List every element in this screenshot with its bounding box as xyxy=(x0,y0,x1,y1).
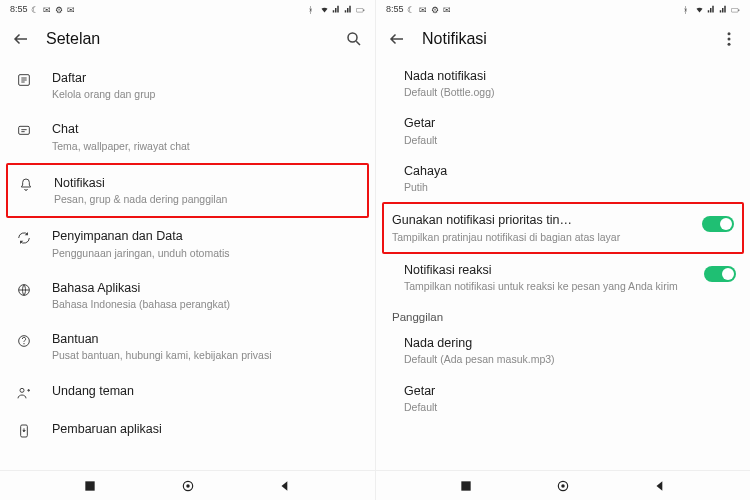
row-sub: Penggunaan jaringan, unduh otomatis xyxy=(52,246,361,260)
row-sub: Default xyxy=(404,133,736,147)
nav-recent[interactable] xyxy=(83,479,97,493)
bluetooth-icon: ᚼ xyxy=(308,5,317,14)
row-label: Notifikasi reaksi xyxy=(404,262,704,278)
notif-row[interactable]: Nada deringDefault (Ada pesan masuk.mp3) xyxy=(376,327,750,374)
settings-row-chat[interactable]: ChatTema, wallpaper, riwayat chat xyxy=(0,111,375,162)
list-icon xyxy=(14,70,34,88)
toggle-switch[interactable] xyxy=(702,216,734,232)
nav-back[interactable] xyxy=(653,479,667,493)
row-label: Notifikasi xyxy=(54,175,359,191)
battery-icon xyxy=(731,5,740,14)
row-sub: Default (Bottle.ogg) xyxy=(404,85,736,99)
bell-icon xyxy=(16,175,36,193)
row-label: Cahaya xyxy=(404,163,736,179)
nav-back[interactable] xyxy=(278,479,292,493)
chat-icon xyxy=(14,121,34,139)
row-label: Bantuan xyxy=(52,331,361,347)
row-sub: Tema, wallpaper, riwayat chat xyxy=(52,139,361,153)
page-title: Notifikasi xyxy=(422,30,487,48)
nav-home[interactable] xyxy=(556,479,570,493)
row-label: Bahasa Aplikasi xyxy=(52,280,361,296)
row-sub: Putih xyxy=(404,180,736,194)
settings-row-help[interactable]: BantuanPusat bantuan, hubungi kami, kebi… xyxy=(0,321,375,372)
row-label: Daftar xyxy=(52,70,361,86)
svg-point-15 xyxy=(728,32,731,35)
settings-row-sync[interactable]: Penyimpanan dan DataPenggunaan jaringan,… xyxy=(0,218,375,269)
wifi-icon xyxy=(320,5,329,14)
status-time: 8:55 xyxy=(386,4,404,14)
settings-row-invite[interactable]: Undang teman xyxy=(0,373,375,411)
signal-icon xyxy=(707,5,716,14)
svg-rect-4 xyxy=(19,127,30,135)
settings-row-bell[interactable]: NotifikasiPesan, grup & nada dering pang… xyxy=(6,163,369,218)
bluetooth-icon: ᚼ xyxy=(683,5,692,14)
moon-icon: ☾ xyxy=(31,5,40,14)
nav-bar xyxy=(0,470,375,500)
toggle-switch[interactable] xyxy=(704,266,736,282)
back-icon[interactable] xyxy=(12,30,30,48)
row-sub: Tampilkan pratinjau notifikasi di bagian… xyxy=(392,230,702,244)
row-label: Getar xyxy=(404,383,736,399)
svg-point-16 xyxy=(728,38,731,41)
row-label: Undang teman xyxy=(52,383,361,399)
settings-row-list[interactable]: DaftarKelola orang dan grup xyxy=(0,60,375,111)
svg-point-8 xyxy=(20,388,24,392)
nav-bar xyxy=(376,470,750,500)
msg-icon: ✉ xyxy=(67,5,76,14)
settings-list: DaftarKelola orang dan grupChatTema, wal… xyxy=(0,60,375,470)
notif-row[interactable]: GetarDefault xyxy=(376,375,750,422)
svg-rect-13 xyxy=(731,8,738,12)
row-label: Nada dering xyxy=(404,335,736,351)
notif-row[interactable]: Gunakan notifikasi prioritas tin…Tampilk… xyxy=(382,202,744,253)
row-label: Penyimpanan dan Data xyxy=(52,228,361,244)
search-icon[interactable] xyxy=(345,30,363,48)
row-sub: Pusat bantuan, hubungi kami, kebijakan p… xyxy=(52,348,361,362)
status-bar: 8:55 ☾ ✉ ⚙ ✉ ᚼ xyxy=(0,0,375,18)
row-label: Getar xyxy=(404,115,736,131)
chat-icon: ✉ xyxy=(43,5,52,14)
invite-icon xyxy=(14,383,34,401)
app-bar: Notifikasi xyxy=(376,18,750,60)
svg-point-2 xyxy=(348,33,357,42)
svg-point-12 xyxy=(186,484,190,488)
globe-icon xyxy=(14,280,34,298)
sync-icon xyxy=(14,228,34,246)
update-icon xyxy=(14,421,34,439)
settings-pane: 8:55 ☾ ✉ ⚙ ✉ ᚼ Setelan DaftarKelola oran… xyxy=(0,0,375,500)
row-sub: Tampilkan notifikasi untuk reaksi ke pes… xyxy=(404,279,704,293)
row-label: Chat xyxy=(52,121,361,137)
app-bar: Setelan xyxy=(0,18,375,60)
msg-icon: ✉ xyxy=(443,5,452,14)
section-header: Panggilan xyxy=(376,301,750,327)
row-sub: Bahasa Indonesia (bahasa perangkat) xyxy=(52,297,361,311)
help-icon xyxy=(14,331,34,349)
back-icon[interactable] xyxy=(388,30,406,48)
nav-recent[interactable] xyxy=(459,479,473,493)
nav-home[interactable] xyxy=(181,479,195,493)
notif-row[interactable]: GetarDefault xyxy=(376,107,750,154)
row-label: Gunakan notifikasi prioritas tin… xyxy=(392,212,702,228)
notif-row[interactable]: CahayaPutih xyxy=(376,155,750,202)
settings-row-globe[interactable]: Bahasa AplikasiBahasa Indonesia (bahasa … xyxy=(0,270,375,321)
wifi-icon xyxy=(695,5,704,14)
svg-rect-1 xyxy=(364,10,365,12)
status-bar: 8:55 ☾ ✉ ⚙ ✉ ᚼ xyxy=(376,0,750,18)
status-time: 8:55 xyxy=(10,4,28,14)
more-icon[interactable] xyxy=(720,30,738,48)
row-label: Nada notifikasi xyxy=(404,68,736,84)
svg-point-17 xyxy=(728,43,731,46)
signal-icon xyxy=(344,5,353,14)
row-sub: Default (Ada pesan masuk.mp3) xyxy=(404,352,736,366)
signal-icon xyxy=(719,5,728,14)
row-label: Pembaruan aplikasi xyxy=(52,421,361,437)
svg-rect-10 xyxy=(86,481,95,490)
svg-rect-0 xyxy=(356,8,363,12)
chat-icon: ✉ xyxy=(419,5,428,14)
notif-row[interactable]: Nada notifikasiDefault (Bottle.ogg) xyxy=(376,60,750,107)
notif-row[interactable]: Notifikasi reaksiTampilkan notifikasi un… xyxy=(376,254,750,301)
svg-point-20 xyxy=(561,484,565,488)
row-sub: Kelola orang dan grup xyxy=(52,87,361,101)
row-sub: Pesan, grup & nada dering panggilan xyxy=(54,192,359,206)
settings-row-update[interactable]: Pembaruan aplikasi xyxy=(0,411,375,449)
svg-rect-18 xyxy=(461,481,470,490)
